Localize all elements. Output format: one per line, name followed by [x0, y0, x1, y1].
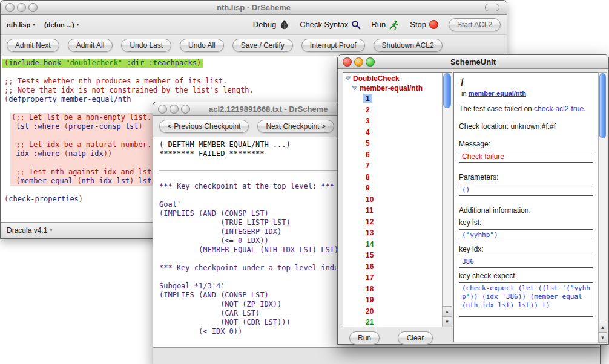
minimize-button[interactable]	[170, 105, 179, 114]
stop-label: Stop	[410, 20, 426, 29]
schemeunit-titlebar[interactable]: SchemeUnit	[338, 55, 608, 69]
test-case-16[interactable]: 16	[345, 261, 443, 273]
run-button[interactable]: Run	[371, 20, 400, 30]
tree-item-member-equal-nth[interactable]: member-equal/nth	[345, 83, 443, 93]
window-title: acl2.1219891668.txt - DrScheme	[209, 105, 328, 114]
undo-all-button[interactable]: Undo All	[180, 39, 224, 52]
scroll-down-arrow[interactable]: ▼	[443, 316, 452, 327]
scroll-up-arrow[interactable]: ▲	[443, 306, 452, 316]
test-case-8[interactable]: 8	[345, 172, 443, 183]
test-case-1[interactable]: 1	[345, 93, 443, 105]
check-syntax-label: Check Syntax	[300, 20, 348, 29]
test-case-6[interactable]: 6	[345, 149, 443, 161]
clear-button[interactable]: Clear	[398, 331, 433, 345]
scroll-down-arrow[interactable]: ▼	[599, 332, 607, 342]
stop-button[interactable]: Stop	[410, 20, 438, 29]
tree-item-doublecheck[interactable]: DoubleCheck	[345, 74, 443, 83]
window-title: nth.lisp - DrScheme	[1, 3, 507, 12]
minimize-button[interactable]	[354, 57, 363, 67]
test-case-list: 123456789101112131415161718192021	[345, 93, 443, 327]
minimize-button[interactable]	[17, 3, 26, 12]
detail-key-value[interactable]: 386	[459, 256, 593, 268]
tree-root-label: DoubleCheck	[353, 74, 400, 83]
scroll-up-arrow[interactable]: ▲	[599, 322, 607, 332]
test-case-3[interactable]: 3	[345, 115, 443, 127]
detail-key-value[interactable]: (check-expect (let ((lst '("yyhhp")) (id…	[459, 282, 593, 317]
test-case-4[interactable]: 4	[345, 127, 443, 138]
previous-checkpoint-button[interactable]: < Previous Checkpoint	[159, 120, 249, 133]
main-titlebar[interactable]: nth.lisp - DrScheme	[1, 1, 507, 15]
test-case-15[interactable]: 15	[345, 250, 443, 261]
debug-button[interactable]: Debug	[253, 19, 289, 30]
defun-menu-label: (defun ...)	[44, 21, 74, 28]
runner-icon	[389, 20, 400, 30]
check-syntax-button[interactable]: Check Syntax	[300, 20, 361, 30]
code-line: (;; Let lst be a non-empty list.	[12, 113, 160, 122]
test-case-20[interactable]: 20	[345, 306, 443, 317]
interrupt-proof-button[interactable]: Interrupt Proof	[301, 39, 365, 52]
window-controls	[158, 105, 190, 114]
code-line: lst :where (proper-consp lst)	[12, 122, 160, 131]
close-button[interactable]	[5, 3, 15, 12]
admit-next-button[interactable]: Admit Next	[7, 39, 59, 52]
zoom-button[interactable]	[28, 3, 38, 12]
case-number: 1	[459, 76, 593, 89]
test-tree: DoubleCheck member-equal/nth 12345678910…	[343, 73, 443, 327]
disclosure-triangle-icon[interactable]	[345, 76, 351, 81]
test-case-5[interactable]: 5	[345, 138, 443, 149]
detail-key-value[interactable]: ("yyhhp")	[459, 229, 593, 241]
additional-info-label: Additional information:	[459, 206, 593, 215]
code-line	[12, 158, 160, 167]
tree-group-label: member-equal/nth	[360, 84, 423, 93]
shutdown-acl2-button[interactable]: Shutdown ACL2	[374, 39, 443, 52]
tree-scrollbar[interactable]: ▲ ▼	[442, 73, 452, 327]
detail-key-label: key check-expect:	[459, 271, 593, 280]
scrollbar-arrows: ▲ ▼	[599, 322, 607, 342]
check-link[interactable]: check-acl2-true	[534, 105, 584, 113]
close-button[interactable]	[343, 57, 352, 67]
test-case-9[interactable]: 9	[345, 183, 443, 194]
zoom-button[interactable]	[366, 57, 375, 67]
detail-scrollbar[interactable]: ▲ ▼	[598, 72, 607, 343]
detail-key-label: key idx:	[459, 245, 593, 253]
language-menu[interactable]: Dracula v4.1 ▼	[7, 226, 53, 235]
test-case-17[interactable]: 17	[345, 272, 443, 284]
test-detail-panel: 1 in member-equal/nth The test case fail…	[453, 72, 599, 342]
main-toolbar: nth.lisp ▼ (defun ...) ▼ Debug Check Syn…	[1, 15, 507, 35]
test-case-14[interactable]: 14	[345, 239, 443, 250]
test-case-12[interactable]: 12	[345, 216, 443, 228]
file-menu[interactable]: nth.lisp ▼	[7, 21, 36, 28]
close-button[interactable]	[158, 105, 167, 114]
scrollbar-thumb[interactable]	[599, 73, 606, 138]
test-case-2[interactable]: 2	[345, 105, 443, 116]
chevron-down-icon: ▼	[49, 229, 53, 232]
toolbar-toggle-button[interactable]	[485, 4, 499, 11]
test-case-13[interactable]: 13	[345, 227, 443, 239]
in-label: in	[461, 89, 467, 97]
test-case-11[interactable]: 11	[345, 205, 443, 216]
code-line	[12, 131, 160, 140]
disclosure-triangle-icon[interactable]	[352, 86, 358, 91]
run-tests-button[interactable]: Run	[349, 331, 380, 345]
message-field[interactable]: Check failure	[459, 151, 593, 163]
save-certify-button[interactable]: Save / Certify	[232, 39, 293, 52]
undo-last-button[interactable]: Undo Last	[121, 39, 171, 52]
zoom-button[interactable]	[181, 105, 190, 114]
test-case-21[interactable]: 21	[345, 317, 443, 327]
test-case-19[interactable]: 19	[345, 294, 443, 306]
next-checkpoint-button[interactable]: Next Checkpoint >	[257, 120, 334, 133]
code-line: ;; Test nth against idx and lst.	[12, 167, 160, 177]
test-case-10[interactable]: 10	[345, 194, 443, 206]
defun-menu[interactable]: (defun ...) ▼	[44, 21, 79, 28]
test-case-18[interactable]: 18	[345, 284, 443, 295]
admit-all-button[interactable]: Admit All	[68, 39, 113, 52]
test-case-7[interactable]: 7	[345, 160, 443, 172]
scrollbar-thumb[interactable]	[443, 73, 451, 108]
detail-key-label: key lst:	[459, 218, 593, 227]
failed-property-highlight: (;; Let lst be a non-empty list. lst :wh…	[10, 113, 163, 186]
start-acl2-button[interactable]: Start ACL2	[449, 18, 501, 31]
case-group-link[interactable]: member-equal/nth	[469, 89, 526, 97]
test-tree-panel: DoubleCheck member-equal/nth 12345678910…	[343, 72, 452, 327]
file-menu-label: nth.lisp	[7, 21, 30, 28]
parameters-field[interactable]: ()	[459, 184, 593, 196]
